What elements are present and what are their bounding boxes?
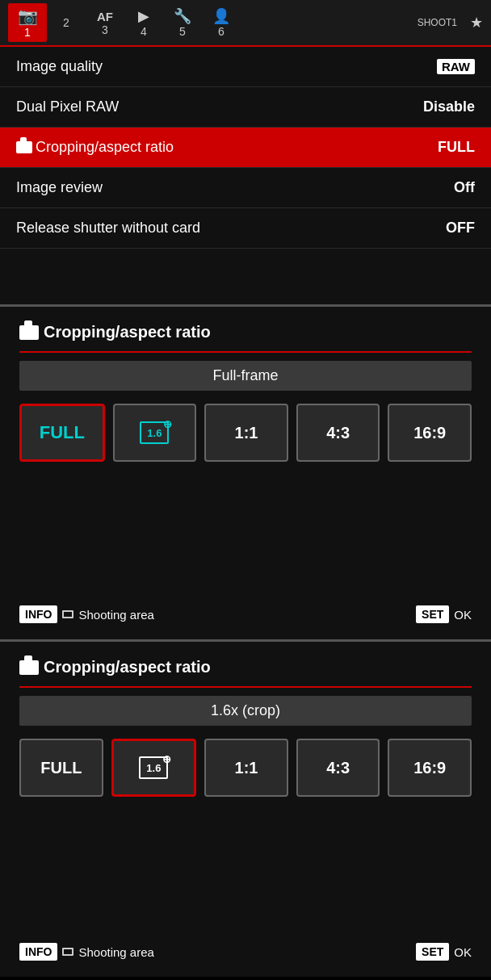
crop-btn-16x-1[interactable]: 1.6 ⊕ — [113, 404, 197, 462]
info-btn-1[interactable]: INFO Shooting area — [19, 605, 154, 623]
dual-pixel-label: Dual Pixel RAW — [16, 98, 423, 115]
info-btn-2[interactable]: INFO Shooting area — [19, 943, 154, 961]
tab-shoot-1[interactable]: 📷 1 — [8, 3, 47, 42]
info-label-2: INFO — [19, 943, 57, 961]
crop-separator-1 — [19, 351, 472, 353]
tab-af[interactable]: AF 3 — [86, 6, 124, 40]
16x-text-2: 1.6 — [146, 762, 161, 774]
dual-pixel-value: Disable — [423, 98, 475, 115]
crop-title-row-1: Cropping/aspect ratio — [19, 323, 472, 341]
raw-badge: RAW — [437, 59, 475, 74]
crop-title-1: Cropping/aspect ratio — [44, 323, 211, 341]
set-label-1: SET — [416, 605, 449, 623]
crop-btn-full-2[interactable]: FULL — [19, 739, 103, 797]
16x-icon-1: 1.6 ⊕ — [136, 418, 172, 447]
menu-row-cropping[interactable]: Cropping/aspect ratio FULL — [0, 128, 491, 168]
star-icon: ★ — [470, 14, 483, 31]
crop-options-2: FULL 1.6 ⊕ 1:1 4:3 16:9 — [19, 739, 472, 797]
image-review-value: Off — [454, 179, 475, 196]
cropping-value: FULL — [438, 139, 475, 156]
crop-btn-11-2[interactable]: 1:1 — [204, 739, 288, 797]
tab-bar: 📷 1 2 AF 3 ▶ 4 🔧 5 👤 6 SHOOT1 ★ — [0, 0, 491, 47]
tab-number-2: 2 — [63, 16, 69, 29]
small-rect-1 — [62, 610, 73, 618]
tab-number-3: 3 — [102, 23, 108, 36]
ok-label-1: OK — [454, 608, 472, 622]
set-btn-1[interactable]: SET OK — [416, 605, 472, 623]
tab-play[interactable]: ▶ 4 — [124, 4, 163, 41]
crop-btn-11-label-1: 1:1 — [235, 424, 258, 442]
crop-options-1: FULL 1.6 ⊕ 1:1 4:3 16:9 — [19, 404, 472, 462]
set-btn-2[interactable]: SET OK — [416, 943, 472, 961]
crop-btn-169-label-1: 16:9 — [413, 424, 446, 442]
crop-btn-43-1[interactable]: 4:3 — [296, 404, 380, 462]
crop-panel-fullframe: Cropping/aspect ratio Full-frame FULL 1.… — [0, 307, 491, 642]
bottom-bar-2: INFO Shooting area SET OK — [19, 943, 472, 961]
shoot-label: SHOOT1 — [418, 17, 457, 28]
camera-icon-row — [16, 141, 32, 153]
shooting-icon-1 — [62, 610, 73, 618]
crop-btn-169-label-2: 16:9 — [413, 759, 446, 777]
person-icon: 👤 — [212, 7, 230, 25]
tab-custom[interactable]: 👤 6 — [202, 4, 241, 41]
tab-number-6: 6 — [218, 25, 225, 38]
camera-icon-title-2 — [19, 660, 39, 675]
image-review-label: Image review — [16, 179, 454, 196]
crop-subtitle-1: Full-frame — [19, 361, 472, 391]
menu-row-image-quality[interactable]: Image quality RAW — [0, 47, 491, 87]
cropping-label: Cropping/aspect ratio — [36, 139, 438, 156]
bottom-bar-1: INFO Shooting area SET OK — [19, 605, 472, 623]
16x-plus-1: ⊕ — [163, 418, 172, 430]
crop-separator-2 — [19, 686, 472, 688]
crop-btn-43-label-1: 4:3 — [326, 424, 350, 442]
crop-btn-full-label-2: FULL — [40, 759, 82, 777]
tab-number-1: 1 — [24, 26, 31, 39]
16x-icon-2: 1.6 ⊕ — [136, 753, 171, 782]
crop-btn-16x-2[interactable]: 1.6 ⊕ — [111, 739, 197, 797]
crop-btn-full-1[interactable]: FULL — [19, 404, 105, 462]
release-shutter-label: Release shutter without card — [16, 220, 446, 237]
shooting-icon-2 — [62, 948, 73, 956]
shooting-area-label-1: Shooting area — [78, 608, 153, 622]
crop-btn-43-label-2: 4:3 — [326, 759, 350, 777]
tab-af-label: AF — [97, 10, 113, 23]
camera-tab-icon: 📷 — [18, 6, 38, 26]
spacer-1 — [19, 470, 472, 597]
shooting-area-label-2: Shooting area — [78, 945, 153, 959]
play-icon: ▶ — [138, 7, 149, 25]
info-label-1: INFO — [19, 605, 57, 623]
camera-icon-title-1 — [19, 325, 39, 340]
16x-plus-2: ⊕ — [162, 753, 171, 765]
small-rect-2 — [62, 948, 73, 956]
16x-text-1: 1.6 — [147, 427, 162, 439]
menu-row-dual-pixel[interactable]: Dual Pixel RAW Disable — [0, 87, 491, 128]
menu-panel: 📷 1 2 AF 3 ▶ 4 🔧 5 👤 6 SHOOT1 ★ Image qu… — [0, 0, 491, 307]
image-quality-label: Image quality — [16, 58, 437, 75]
crop-btn-169-1[interactable]: 16:9 — [388, 404, 472, 462]
spacer-2 — [19, 805, 472, 935]
crop-btn-169-2[interactable]: 16:9 — [388, 739, 472, 797]
tab-number-5: 5 — [179, 25, 186, 38]
crop-btn-11-1[interactable]: 1:1 — [204, 404, 288, 462]
ok-label-2: OK — [454, 945, 472, 959]
crop-btn-11-label-2: 1:1 — [235, 759, 258, 777]
crop-panel-16x: Cropping/aspect ratio 1.6x (crop) FULL 1… — [0, 642, 491, 977]
tab-shoot-2[interactable]: 2 — [47, 13, 86, 32]
set-label-2: SET — [416, 943, 449, 961]
crop-btn-43-2[interactable]: 4:3 — [296, 739, 380, 797]
tab-settings[interactable]: 🔧 5 — [163, 4, 202, 41]
wrench-icon: 🔧 — [174, 7, 191, 25]
menu-row-image-review[interactable]: Image review Off — [0, 168, 491, 208]
crop-title-row-2: Cropping/aspect ratio — [19, 658, 472, 676]
release-shutter-value: OFF — [446, 220, 475, 237]
crop-subtitle-2: 1.6x (crop) — [19, 696, 472, 726]
menu-row-release-shutter[interactable]: Release shutter without card OFF — [0, 208, 491, 249]
crop-btn-full-label-1: FULL — [40, 422, 85, 443]
crop-title-2: Cropping/aspect ratio — [44, 658, 211, 676]
tab-number-4: 4 — [141, 25, 147, 38]
